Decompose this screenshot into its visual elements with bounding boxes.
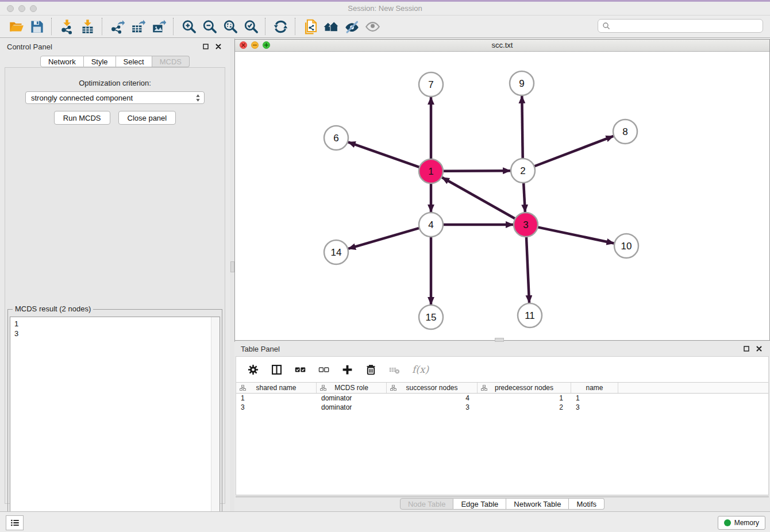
- tab-select[interactable]: Select: [116, 56, 152, 67]
- delete-table-button[interactable]: [387, 362, 402, 377]
- home-views-button[interactable]: [321, 17, 341, 36]
- node-15[interactable]: 15: [419, 305, 443, 329]
- import-table-button[interactable]: [77, 17, 98, 36]
- import-network-button[interactable]: [56, 17, 77, 36]
- column-header-predecessor-nodes[interactable]: predecessor nodes: [478, 383, 571, 393]
- deselect-all-button[interactable]: [316, 362, 331, 377]
- tab-network[interactable]: Network: [40, 56, 84, 67]
- node-1[interactable]: 1: [419, 159, 443, 183]
- save-session-button[interactable]: [26, 17, 47, 36]
- split-panel-button[interactable]: [269, 362, 284, 377]
- column-header-successor-nodes[interactable]: successor nodes: [387, 383, 478, 393]
- cell-successor-nodes: 3: [387, 403, 478, 411]
- edge-2-8[interactable]: [534, 136, 614, 167]
- network-window-titlebar[interactable]: scc.txt: [235, 40, 769, 52]
- node-label: 15: [426, 312, 437, 323]
- edge-2-3[interactable]: [523, 183, 525, 212]
- zoom-in-button[interactable]: [178, 17, 199, 36]
- edge-4-14[interactable]: [348, 228, 419, 249]
- run-mcds-button[interactable]: Run MCDS: [54, 111, 110, 125]
- edge-3-10[interactable]: [538, 227, 614, 243]
- search-field[interactable]: [598, 19, 763, 33]
- app-titlebar: Session: New Session: [0, 2, 770, 16]
- zoom-selected-button[interactable]: [240, 17, 261, 36]
- mcds-result-legend: MCDS result (2 nodes): [13, 304, 93, 313]
- select-all-button[interactable]: [292, 362, 307, 377]
- node-9[interactable]: 9: [510, 71, 534, 95]
- result-scrollbar[interactable]: [211, 317, 220, 523]
- node-label: 11: [525, 310, 535, 321]
- mcds-panel: Optimization criterion: strongly connect…: [5, 67, 225, 504]
- cell-predecessor-nodes: 2: [478, 403, 571, 411]
- edge-2-9[interactable]: [522, 96, 522, 159]
- close-panel-button[interactable]: Close panel: [118, 111, 176, 125]
- plus-icon: [341, 364, 353, 376]
- tab-motifs[interactable]: Motifs: [569, 498, 605, 510]
- table-row[interactable]: 1dominator411: [236, 394, 768, 403]
- mcds-result-value: 3: [14, 329, 211, 338]
- export-image-button[interactable]: [148, 17, 169, 36]
- mcds-result-box: MCDS result (2 nodes) 13: [7, 309, 222, 526]
- export-table-button[interactable]: [128, 17, 148, 36]
- refresh-layout-button[interactable]: [270, 17, 291, 36]
- edge-1-6[interactable]: [348, 142, 419, 167]
- tab-node-table[interactable]: Node Table: [400, 498, 454, 510]
- node-11[interactable]: 11: [518, 303, 542, 327]
- table-toolbar: f(x): [236, 357, 768, 382]
- node-2[interactable]: 2: [511, 159, 535, 183]
- zoom-fit-button[interactable]: [220, 17, 240, 36]
- save-floppy-icon: [29, 19, 45, 34]
- column-settings-button[interactable]: [245, 362, 260, 377]
- node-4[interactable]: 4: [419, 213, 443, 237]
- show-all-button[interactable]: [362, 17, 383, 36]
- node-14[interactable]: 14: [324, 240, 348, 264]
- hide-selected-button[interactable]: [341, 17, 362, 36]
- close-panel-icon[interactable]: [214, 42, 223, 51]
- add-column-button[interactable]: [340, 362, 355, 377]
- new-network-file-button[interactable]: [300, 17, 321, 36]
- float-table-panel-icon[interactable]: [742, 344, 751, 353]
- network-canvas[interactable]: 1234678910111415: [235, 52, 769, 340]
- criterion-select[interactable]: strongly connected component: [25, 91, 205, 104]
- gear-icon: [247, 364, 259, 376]
- toolbar-separator: [102, 18, 103, 35]
- function-builder-button[interactable]: f(x): [410, 362, 429, 377]
- open-session-button[interactable]: [6, 17, 26, 36]
- node-3[interactable]: 3: [514, 213, 538, 237]
- search-input[interactable]: [613, 21, 763, 31]
- task-history-button[interactable]: [6, 515, 24, 530]
- toolbar-separator: [265, 18, 266, 35]
- node-label: 7: [428, 79, 433, 90]
- tab-edge-table[interactable]: Edge Table: [453, 498, 506, 510]
- table-hscrollbar[interactable]: [236, 496, 769, 498]
- node-7[interactable]: 7: [419, 72, 443, 97]
- cell-shared-name: 3: [236, 403, 317, 411]
- node-8[interactable]: 8: [613, 119, 637, 144]
- edge-3-11[interactable]: [526, 237, 529, 303]
- column-header-name[interactable]: name: [571, 383, 618, 393]
- float-panel-icon[interactable]: [201, 42, 210, 51]
- edge-1-2[interactable]: [443, 171, 510, 171]
- column-header-label: predecessor nodes: [495, 384, 553, 392]
- toolbar-separator: [295, 18, 296, 35]
- node-10[interactable]: 10: [614, 234, 638, 258]
- import-network-icon: [59, 19, 75, 34]
- column-header-MCDS-role[interactable]: MCDS role: [317, 383, 387, 393]
- network-view-window: scc.txt 1234678910111415: [234, 39, 770, 341]
- tab-network-table[interactable]: Network Table: [506, 498, 569, 510]
- column-header-shared-name[interactable]: shared name: [236, 383, 317, 393]
- app-title: Session: New Session: [0, 4, 770, 13]
- tab-style[interactable]: Style: [84, 56, 116, 67]
- close-table-panel-icon[interactable]: [754, 344, 764, 353]
- divider-grip[interactable]: [230, 261, 234, 272]
- edge-3-1[interactable]: [442, 178, 515, 219]
- export-network-button[interactable]: [107, 17, 128, 36]
- delete-column-button[interactable]: [363, 362, 378, 377]
- node-6[interactable]: 6: [324, 126, 348, 150]
- zoom-out-button[interactable]: [199, 17, 220, 36]
- network-resize-grip[interactable]: [495, 338, 504, 342]
- memory-button[interactable]: Memory: [718, 516, 765, 530]
- tab-mcds[interactable]: MCDS: [152, 56, 190, 67]
- table-row[interactable]: 3dominator323: [236, 403, 768, 412]
- node-label: 6: [333, 133, 338, 144]
